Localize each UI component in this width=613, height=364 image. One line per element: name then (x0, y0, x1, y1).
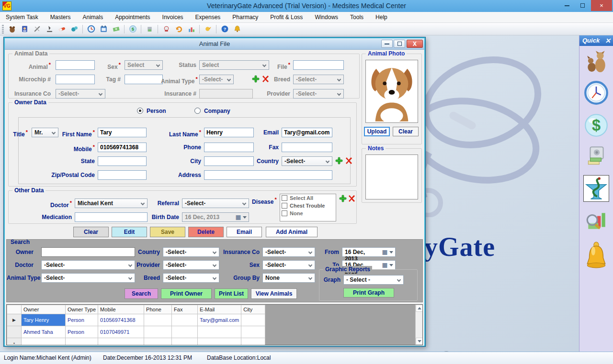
payments-icon[interactable] (111, 24, 121, 34)
breed-select[interactable]: -Select- (293, 75, 344, 84)
table-row[interactable]: ▶ Tary Henry Person 010569741368 Tary@gm… (7, 314, 265, 326)
photo-clear-button[interactable]: Clear (393, 127, 419, 136)
clock-icon[interactable] (86, 24, 96, 34)
view-animals-button[interactable]: View Animals (251, 288, 297, 299)
owners-icon[interactable] (19, 24, 30, 34)
search-country-select[interactable]: -Select- (163, 247, 219, 257)
delete-disease-icon[interactable] (348, 195, 355, 202)
animal-types-icon[interactable] (69, 24, 79, 34)
alerts-icon[interactable] (203, 24, 213, 34)
graph-select[interactable]: - Select - (343, 275, 404, 285)
scroll-up-button[interactable] (416, 305, 423, 312)
quick-pharmacy-icon[interactable] (583, 175, 609, 202)
restore-button[interactable] (576, 0, 589, 11)
first-name-input[interactable] (98, 128, 147, 137)
disease-option[interactable]: Select All (280, 194, 336, 202)
expenses-icon[interactable] (144, 24, 155, 34)
clear-button[interactable]: Clear (73, 227, 109, 237)
search-doctor-select[interactable]: -Select- (41, 260, 135, 270)
search-provider-select[interactable]: -Select- (163, 260, 219, 270)
menu-expenses[interactable]: Expenses (195, 14, 221, 21)
company-radio[interactable] (194, 108, 201, 114)
cell-fax[interactable] (172, 338, 198, 346)
quick-close-icon[interactable]: ✕ (605, 35, 611, 46)
cell-city[interactable] (241, 326, 265, 338)
grooming-icon[interactable] (32, 24, 42, 34)
email-button[interactable]: Email (227, 227, 262, 237)
menu-system-task[interactable]: System Task (6, 14, 38, 21)
grid-col-mobile[interactable]: Mobile (98, 305, 144, 314)
file-input[interactable] (293, 60, 344, 70)
chart-icon[interactable] (186, 24, 196, 34)
calendar-icon[interactable] (98, 24, 109, 34)
country-select[interactable]: -Select- (282, 156, 332, 166)
save-button[interactable]: Save (150, 227, 185, 237)
sex-select[interactable]: Select (125, 60, 163, 70)
help-icon[interactable]: ? (219, 24, 230, 34)
cell-mobile[interactable]: 010569741368 (98, 314, 144, 326)
cell-phone[interactable] (144, 314, 172, 326)
row-selector[interactable]: * (7, 338, 22, 346)
cell-mobile[interactable] (98, 338, 144, 346)
medication-input[interactable] (75, 212, 148, 222)
search-button[interactable]: Search (125, 288, 158, 299)
bell-icon[interactable] (232, 24, 242, 34)
quick-reports-icon[interactable] (583, 208, 609, 234)
search-sex-select[interactable]: -Select- (262, 260, 315, 270)
print-owner-button[interactable]: Print Owner (161, 288, 212, 299)
add-disease-icon[interactable] (339, 195, 347, 202)
title-select[interactable]: Mr. (32, 128, 58, 137)
cell-city[interactable] (241, 314, 265, 326)
delete-button[interactable]: Delete (188, 227, 224, 237)
lab-icon[interactable] (44, 24, 55, 34)
city-input[interactable] (204, 156, 254, 166)
fax-input[interactable] (282, 143, 332, 152)
cell-email[interactable] (198, 326, 241, 338)
microchip-input[interactable] (56, 75, 95, 84)
insurance-no-input[interactable] (199, 89, 253, 99)
sales-icon[interactable] (161, 24, 171, 34)
referral-select[interactable]: -Select- (182, 199, 249, 208)
address-input[interactable] (204, 170, 332, 180)
print-graph-button[interactable]: Print Graph (343, 288, 394, 298)
menu-profit-loss[interactable]: Profit & Loss (270, 14, 303, 21)
grid-col-phone[interactable]: Phone (144, 305, 172, 314)
search-owner-input[interactable] (41, 247, 135, 257)
scroll-down-button[interactable] (416, 338, 423, 345)
animal-type-select[interactable]: -Select- (199, 75, 234, 84)
doctor-select[interactable]: Michael Kent (75, 199, 148, 208)
dog-icon[interactable] (7, 24, 17, 34)
cell-city[interactable] (241, 338, 265, 346)
disease-checklist[interactable]: Select All Chest Trouble None (280, 194, 336, 221)
checkbox-icon[interactable] (282, 203, 287, 209)
edit-button[interactable]: Edit (112, 227, 147, 237)
search-group-by-select[interactable]: None (262, 273, 315, 283)
delete-country-icon[interactable] (345, 157, 352, 165)
menu-help[interactable]: Help (375, 14, 387, 21)
quick-reminders-icon[interactable] (583, 240, 609, 271)
search-animal-type-select[interactable]: -Select- (41, 273, 135, 283)
last-name-input[interactable] (204, 128, 254, 137)
menu-masters[interactable]: Masters (50, 14, 71, 21)
cell-owner[interactable] (22, 338, 66, 346)
checkbox-icon[interactable] (282, 195, 287, 201)
table-row[interactable]: Ahmed Taha Person 0107049971 (7, 326, 265, 338)
cell-owner-type[interactable] (66, 338, 98, 346)
add-country-icon[interactable] (335, 157, 343, 165)
grid-col-fax[interactable]: Fax (172, 305, 198, 314)
print-list-button[interactable]: Print List (215, 288, 248, 299)
cell-owner-type[interactable]: Person (66, 326, 98, 338)
medication-icon[interactable] (57, 24, 67, 34)
phone-input[interactable] (204, 143, 254, 152)
provider-select[interactable]: -Select- (293, 89, 344, 99)
add-animal-button[interactable]: Add Animal (266, 227, 318, 237)
cell-owner[interactable]: Ahmed Taha (22, 326, 66, 338)
quick-animals-icon[interactable] (583, 48, 609, 75)
insurance-co-select[interactable]: -Select- (56, 89, 105, 99)
cell-owner[interactable]: Tary Henry (22, 314, 66, 326)
grid-col-owner[interactable]: Owner (22, 305, 66, 314)
menu-invoices[interactable]: Invoices (162, 14, 183, 21)
cell-fax[interactable] (172, 326, 198, 338)
row-selector[interactable] (7, 326, 22, 338)
finance-icon[interactable]: $ (127, 24, 138, 34)
